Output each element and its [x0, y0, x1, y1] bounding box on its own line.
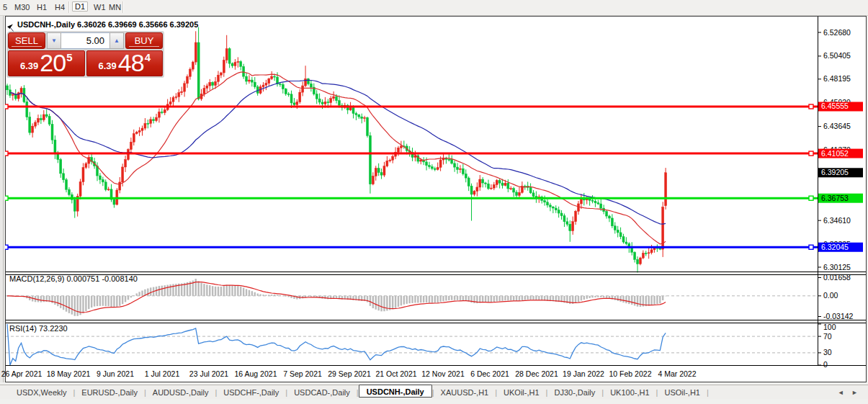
svg-text:6.39205: 6.39205 [821, 168, 849, 176]
timeframe-w1[interactable]: W1 [91, 2, 108, 12]
timeframe-h4[interactable]: H4 [53, 2, 67, 12]
svg-text:100: 100 [823, 323, 836, 331]
tab-usdcad-daily[interactable]: USDCAD-,Daily [287, 387, 357, 398]
timeframe-5[interactable]: 5 [1, 2, 9, 12]
date-axis[interactable]: 26 Apr 202118 May 20219 Jun 20211 Jul 20… [1, 369, 697, 378]
volume-decrease-button[interactable]: ▼ [47, 32, 61, 49]
svg-text:6.52680: 6.52680 [823, 28, 851, 37]
svg-text:28 Dec 2021: 28 Dec 2021 [515, 369, 558, 378]
svg-text:6.48195: 6.48195 [823, 74, 851, 83]
symbol-tab-bar: USDX,Weekly|EURUSD-,Daily|AUDUSD-,Daily|… [0, 385, 868, 399]
svg-text:10 Feb 2022: 10 Feb 2022 [609, 369, 652, 378]
svg-text:16 Aug 2021: 16 Aug 2021 [235, 369, 277, 378]
volume-control: ▼ 5.00 ▲ [47, 32, 124, 49]
sell-price-prefix: 6.39 [20, 60, 38, 71]
svg-text:29 Sep 2021: 29 Sep 2021 [328, 369, 371, 378]
timeframe-mn[interactable]: MN [107, 2, 123, 12]
svg-text:6.43645: 6.43645 [823, 122, 851, 130]
tab-xauusd-h1[interactable]: XAUUSD-,H1 [434, 387, 496, 398]
svg-text:6.34610: 6.34610 [823, 216, 851, 225]
svg-text:1 Jul 2021: 1 Jul 2021 [145, 369, 180, 378]
svg-text:6.50405: 6.50405 [823, 51, 851, 60]
tab-usdx-weekly[interactable]: USDX,Weekly [10, 387, 73, 398]
sell-price-panel[interactable]: 6.39 20 5 [8, 50, 85, 76]
buy-price-panel[interactable]: 6.39 48 4 [86, 50, 164, 76]
svg-text:RSI(14) 73.2230: RSI(14) 73.2230 [9, 324, 68, 333]
buy-price-pip: 4 [145, 51, 151, 63]
tab-usdchf-daily[interactable]: USDCHF-,Daily [217, 387, 285, 398]
volume-increase-button[interactable]: ▲ [109, 32, 124, 49]
trade-price-row: 6.39 20 5 6.39 48 4 [8, 50, 163, 76]
trade-top-row: SELL ▼ 5.00 ▲ BUY [8, 32, 163, 49]
svg-text:18 May 2021: 18 May 2021 [47, 369, 91, 378]
timeframe-toolbar: 5M30H1H4D1W1MN [0, 0, 868, 16]
sell-price-pip: 5 [66, 51, 72, 63]
toolbar-separator [68, 1, 70, 13]
svg-text:26 Apr 2021: 26 Apr 2021 [1, 369, 42, 378]
svg-text:0: 0 [823, 360, 828, 369]
timeframe-m30[interactable]: M30 [12, 2, 32, 12]
svg-text:6.41052: 6.41052 [821, 149, 849, 158]
svg-text:23 Jul 2021: 23 Jul 2021 [189, 369, 228, 378]
sell-price-big: 20 [40, 52, 66, 74]
tab-ukoil-h1[interactable]: UKOil-,H1 [497, 387, 546, 398]
svg-text:6.32045: 6.32045 [821, 243, 849, 251]
tab-usdcnh-daily[interactable]: USDCNH-,Daily [359, 385, 432, 398]
svg-text:70: 70 [823, 332, 832, 341]
svg-text:MACD(12,26,9) 0.000751 -0.0081: MACD(12,26,9) 0.000751 -0.008140 [9, 274, 138, 283]
one-click-trading-panel: SELL ▼ 5.00 ▲ BUY 6.39 20 5 6.39 48 4 [6, 31, 164, 78]
svg-text:-0.03142: -0.03142 [823, 312, 854, 320]
tab-scroll-arrows[interactable]: ◄ ► [838, 389, 868, 396]
buy-button[interactable]: BUY [125, 32, 163, 49]
tab-eurusd-daily[interactable]: EURUSD-,Daily [75, 387, 144, 398]
svg-text:0.01658: 0.01658 [823, 273, 851, 282]
svg-text:19 Jan 2022: 19 Jan 2022 [563, 369, 604, 378]
volume-input[interactable]: 5.00 [61, 32, 109, 49]
timeframe-d1[interactable]: D1 [72, 1, 88, 12]
svg-text:7 Sep 2021: 7 Sep 2021 [283, 369, 322, 378]
svg-text:6.45555: 6.45555 [821, 102, 849, 110]
trading-terminal: { "toolbar": { "items": [ {"label": "5",… [0, 0, 868, 404]
svg-text:12 Nov 2021: 12 Nov 2021 [421, 369, 465, 378]
svg-text:6 Dec 2021: 6 Dec 2021 [470, 369, 509, 378]
svg-text:21 Oct 2021: 21 Oct 2021 [375, 369, 416, 378]
timeframe-h1[interactable]: H1 [35, 2, 49, 12]
svg-text:USDCNH-,Daily 6.36026 6.39669: USDCNH-,Daily 6.36026 6.39669 6.35666 6.… [17, 20, 198, 29]
svg-text:30: 30 [823, 348, 832, 356]
tab-separator: | [707, 388, 709, 397]
svg-text:4 Mar 2022: 4 Mar 2022 [658, 369, 696, 378]
svg-text:6.30125: 6.30125 [823, 263, 851, 271]
tab-dj30-daily[interactable]: DJ30-,Daily [547, 387, 601, 398]
sell-button[interactable]: SELL [8, 32, 45, 49]
tab-uk100-h1[interactable]: UK100-,H1 [604, 387, 656, 398]
svg-text:9 Jun 2021: 9 Jun 2021 [97, 369, 134, 378]
buy-price-prefix: 6.39 [99, 60, 117, 71]
tab-audusd-daily[interactable]: AUDUSD-,Daily [146, 387, 215, 398]
svg-text:6.36753: 6.36753 [821, 194, 849, 202]
buy-price-big: 48 [118, 52, 144, 74]
toolbar-separator [122, 1, 124, 13]
tab-usoil-h1[interactable]: USOil-,H1 [658, 387, 707, 398]
svg-text:0.00: 0.00 [823, 291, 838, 300]
